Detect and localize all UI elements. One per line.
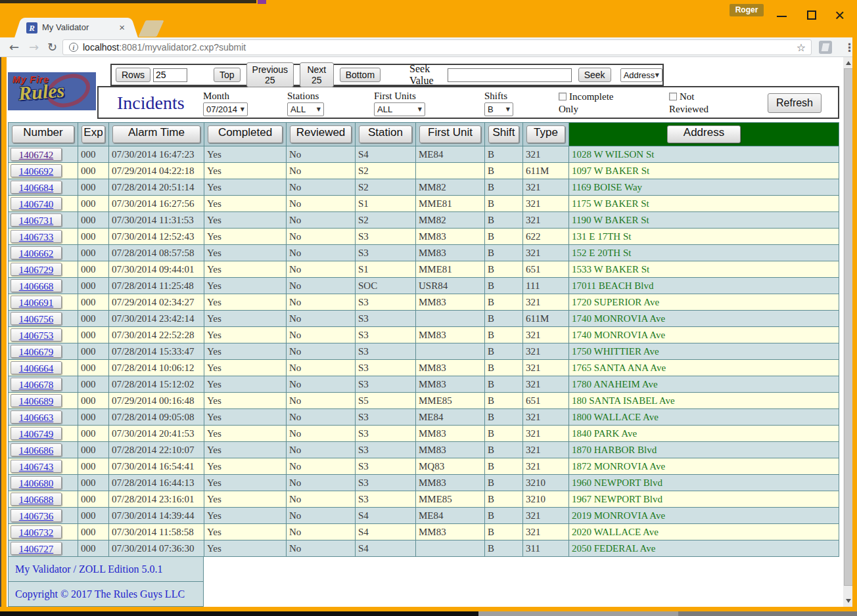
incident-number-button[interactable]: 1406664: [11, 361, 62, 374]
incident-number-link[interactable]: 1406756: [19, 314, 54, 324]
stations-select[interactable]: ALL ▼: [287, 102, 324, 116]
reload-icon[interactable]: ↻: [47, 37, 57, 57]
bookmark-star-icon[interactable]: ☆: [797, 40, 806, 55]
header-reviewed: Reviewed: [287, 123, 356, 146]
incident-number-link[interactable]: 1406664: [19, 363, 54, 374]
not-reviewed-checkbox[interactable]: [669, 93, 677, 100]
cell-exp: 000: [78, 163, 109, 179]
sort-first-unit-button[interactable]: First Unit: [419, 125, 481, 143]
shifts-select[interactable]: B ▼: [484, 102, 513, 116]
scroll-down-icon[interactable]: [846, 599, 851, 603]
incident-number-button[interactable]: 1406680: [11, 476, 62, 489]
sort-address-button[interactable]: Address: [667, 125, 741, 143]
incident-number-link[interactable]: 1406668: [19, 281, 54, 292]
new-tab-button[interactable]: [138, 20, 164, 37]
scroll-up-icon[interactable]: [846, 61, 851, 65]
incident-number-link[interactable]: 1406678: [19, 380, 54, 390]
incident-number-link[interactable]: 1406731: [19, 215, 54, 226]
incident-number-link[interactable]: 1406684: [19, 183, 54, 193]
sort-station-button[interactable]: Station: [359, 125, 412, 143]
incident-number-button[interactable]: 1406753: [11, 328, 62, 341]
incident-number-button[interactable]: 1406732: [11, 525, 62, 539]
incident-number-link[interactable]: 1406727: [19, 544, 54, 554]
back-icon[interactable]: ←: [9, 37, 19, 57]
incident-number-link[interactable]: 1406740: [19, 199, 54, 209]
incident-number-link[interactable]: 1406742: [19, 150, 54, 160]
minimize-icon[interactable]: [777, 16, 787, 17]
bottom-button[interactable]: Bottom: [340, 68, 381, 82]
extension-icon[interactable]: [819, 41, 832, 54]
incident-number-button[interactable]: 1406668: [11, 279, 62, 292]
incident-number-button[interactable]: 1406756: [11, 312, 62, 325]
cell-reviewed: No: [287, 212, 356, 229]
sort-number-button[interactable]: Number: [12, 125, 74, 143]
seek-button[interactable]: Seek: [578, 68, 611, 82]
incident-number-link[interactable]: 1406663: [19, 412, 54, 423]
incident-number-link[interactable]: 1406679: [19, 347, 54, 357]
incident-number-button[interactable]: 1406729: [11, 263, 62, 276]
cell-number: 1406679: [9, 343, 78, 360]
incident-number-link[interactable]: 1406662: [19, 248, 54, 259]
incident-number-button[interactable]: 1406686: [11, 443, 62, 456]
next-button[interactable]: Next 25: [300, 62, 334, 87]
month-select[interactable]: 07/2014 ▼: [203, 102, 248, 116]
incident-number-button[interactable]: 1406733: [11, 230, 62, 243]
incident-number-link[interactable]: 1406733: [19, 232, 54, 242]
seek-field-value: Address: [624, 70, 655, 80]
sort-alarm-time-button[interactable]: Alarm Time: [112, 125, 200, 143]
sort-exp-button[interactable]: Exp: [81, 125, 105, 143]
incident-number-link[interactable]: 1406692: [19, 166, 54, 177]
incident-number-link[interactable]: 1406743: [19, 462, 54, 472]
incident-number-button[interactable]: 1406736: [11, 509, 62, 522]
incident-number-button[interactable]: 1406689: [11, 394, 62, 407]
forward-icon[interactable]: →: [29, 37, 39, 57]
sort-type-button[interactable]: Type: [526, 125, 565, 143]
incident-number-button[interactable]: 1406662: [11, 246, 62, 259]
incident-number-link[interactable]: 1406691: [19, 297, 54, 308]
incident-number-link[interactable]: 1406736: [19, 511, 54, 521]
sort-reviewed-button[interactable]: Reviewed: [290, 125, 352, 143]
address-bar[interactable]: i localhost:8081/myvalidator2.cxp?submit…: [62, 39, 812, 55]
incident-number-button[interactable]: 1406749: [11, 427, 62, 440]
incident-number-link[interactable]: 1406689: [19, 396, 54, 407]
incident-number-button[interactable]: 1406679: [11, 345, 62, 358]
previous-button[interactable]: Previous 25: [246, 62, 294, 87]
cell-completed: Yes: [204, 311, 287, 327]
incident-number-link[interactable]: 1406732: [19, 527, 54, 538]
maximize-icon[interactable]: [807, 11, 816, 20]
incident-number-button[interactable]: 1406663: [11, 410, 62, 424]
browser-profile-badge[interactable]: Roger: [730, 4, 764, 16]
browser-titlebar: Roger × R My Validator ×: [0, 0, 857, 37]
incident-number-link[interactable]: 1406729: [19, 265, 54, 275]
sort-completed-button[interactable]: Completed: [208, 125, 283, 143]
incident-number-button[interactable]: 1406742: [11, 148, 62, 161]
incident-number-link[interactable]: 1406688: [19, 495, 54, 505]
incident-number-link[interactable]: 1406753: [19, 330, 54, 341]
seek-value-input[interactable]: [448, 68, 572, 82]
incident-number-button[interactable]: 1406678: [11, 378, 62, 391]
seek-field-select[interactable]: Address ▼: [620, 68, 662, 82]
incident-number-button[interactable]: 1406691: [11, 296, 62, 309]
incident-number-button[interactable]: 1406743: [11, 460, 62, 473]
incident-number-link[interactable]: 1406686: [19, 445, 54, 456]
tab-close-icon[interactable]: ×: [119, 18, 125, 37]
browser-tab[interactable]: R My Validator ×: [24, 18, 129, 37]
incident-number-button[interactable]: 1406727: [11, 542, 62, 555]
rows-count-input[interactable]: [153, 68, 187, 82]
top-button[interactable]: Top: [214, 68, 241, 82]
first-units-select[interactable]: ALL ▼: [374, 102, 425, 116]
incident-number-button[interactable]: 1406692: [11, 164, 62, 177]
incident-number-button[interactable]: 1406684: [11, 181, 62, 194]
incident-number-link[interactable]: 1406749: [19, 429, 54, 439]
window-close-icon[interactable]: ×: [835, 6, 845, 24]
incident-number-button[interactable]: 1406688: [11, 493, 62, 506]
incident-number-button[interactable]: 1406731: [11, 213, 62, 227]
rows-button[interactable]: Rows: [116, 68, 151, 82]
cell-first-unit: MM82: [416, 212, 485, 229]
incomplete-only-checkbox[interactable]: [559, 93, 567, 100]
incident-number-button[interactable]: 1406740: [11, 197, 62, 210]
page-info-icon[interactable]: i: [69, 43, 78, 52]
incident-number-link[interactable]: 1406680: [19, 478, 54, 489]
sort-shift-button[interactable]: Shift: [488, 125, 519, 143]
refresh-button[interactable]: Refresh: [768, 93, 822, 113]
